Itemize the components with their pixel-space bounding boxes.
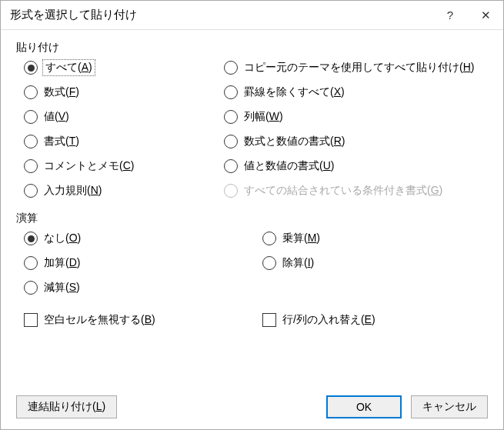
radio-option[interactable]: 乗算(M) [262,232,488,245]
checkbox-label: 空白セルを無視する(B) [44,313,155,327]
help-button[interactable]: ? [432,1,468,30]
radio-label: 罫線を除くすべて(X) [244,85,345,99]
radio-icon [24,135,38,148]
radio-icon [262,256,276,270]
radio-icon [24,159,38,173]
operation-options-grid: なし(O)乗算(M)加算(D)除算(I)減算(S) [24,232,488,295]
checkbox-icon [24,313,38,327]
radio-icon [24,184,38,198]
radio-option[interactable]: 書式(T) [24,135,224,148]
radio-icon [224,85,238,99]
paste-group-label: 貼り付け [16,41,488,55]
radio-option[interactable]: 列幅(W) [224,110,488,124]
radio-icon [24,281,38,295]
radio-option[interactable]: 罫線を除くすべて(X) [224,85,488,99]
radio-option[interactable]: なし(O) [24,232,262,245]
radio-icon [24,232,38,245]
radio-option[interactable]: コピー元のテーマを使用してすべて貼り付け(H) [224,61,488,75]
paste-options-grid: すべて(A)コピー元のテーマを使用してすべて貼り付け(H)数式(F)罫線を除くす… [24,61,488,198]
radio-option[interactable]: すべて(A) [24,61,224,75]
radio-option[interactable]: 除算(I) [262,256,488,270]
radio-label: 列幅(W) [244,110,283,124]
radio-option[interactable]: 数式(F) [24,85,224,99]
radio-icon [224,159,238,173]
checkbox-row: 空白セルを無視する(B) 行/列の入れ替え(E) [24,313,488,327]
close-button[interactable]: ✕ [468,1,503,30]
checkbox-label: 行/列の入れ替え(E) [282,313,375,327]
radio-option[interactable]: 数式と数値の書式(R) [224,135,488,148]
radio-label: 数式と数値の書式(R) [244,135,345,148]
radio-label: 加算(D) [44,256,80,270]
radio-option[interactable]: コメントとメモ(C) [24,159,224,173]
radio-option[interactable]: 値(V) [24,110,224,124]
radio-label: 除算(I) [282,256,314,270]
dialog-content: 貼り付け すべて(A)コピー元のテーマを使用してすべて貼り付け(H)数式(F)罫… [1,30,503,389]
radio-option: すべての結合されている条件付き書式(G) [224,184,488,198]
ok-button[interactable]: OK [326,395,402,418]
radio-icon [224,135,238,148]
radio-label: 値(V) [44,110,69,124]
radio-icon [224,61,238,75]
radio-label: なし(O) [44,232,81,245]
radio-option[interactable]: 加算(D) [24,256,262,270]
dialog-button-row: 連結貼り付け(L) OK キャンセル [1,389,503,429]
radio-icon [262,232,276,245]
paste-link-button[interactable]: 連結貼り付け(L) [16,395,117,418]
radio-label: コピー元のテーマを使用してすべて貼り付け(H) [244,61,474,75]
radio-label: コメントとメモ(C) [44,159,134,173]
radio-label: 数式(F) [44,85,79,99]
radio-icon [224,110,238,124]
radio-label: 値と数値の書式(U) [244,159,334,173]
radio-label: 減算(S) [44,281,80,295]
radio-option[interactable]: 値と数値の書式(U) [224,159,488,173]
radio-label: すべて(A) [44,61,94,75]
radio-icon [24,85,38,99]
cancel-button[interactable]: キャンセル [411,395,488,418]
radio-icon [224,184,238,198]
radio-label: 乗算(M) [282,232,320,245]
radio-option[interactable]: 入力規則(N) [24,184,224,198]
radio-option[interactable]: 減算(S) [24,281,262,295]
skip-blanks-checkbox[interactable]: 空白セルを無視する(B) [24,313,262,327]
radio-label: 入力規則(N) [44,184,102,198]
dialog-title: 形式を選択して貼り付け [10,8,432,22]
radio-icon [24,61,38,75]
operation-group-label: 演算 [16,212,488,225]
transpose-checkbox[interactable]: 行/列の入れ替え(E) [262,313,488,327]
title-bar: 形式を選択して貼り付け ? ✕ [1,1,503,30]
radio-label: すべての結合されている条件付き書式(G) [244,184,442,198]
radio-icon [24,110,38,124]
radio-icon [24,256,38,270]
radio-label: 書式(T) [44,135,79,148]
checkbox-icon [262,313,276,327]
